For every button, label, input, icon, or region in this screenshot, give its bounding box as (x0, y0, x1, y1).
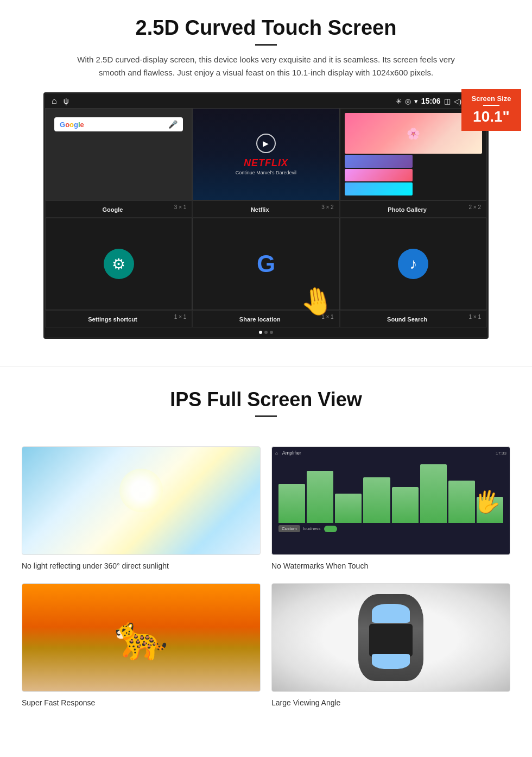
settings-icon: ⚙ (104, 249, 134, 279)
settings-app-name: Settings shortcut (88, 316, 137, 323)
amplifier-image: ⌂ Amplifier 17:33 🖐 Custom loudness (271, 446, 510, 555)
app-grid-bottom: ⚙ G 🤚 ♪ (45, 218, 487, 310)
badge-divider (483, 105, 499, 106)
app-label-row-bottom: Settings shortcut 1 × 1 Share location 1… (45, 310, 487, 327)
settings-label: Settings shortcut 1 × 1 (45, 310, 192, 327)
amp-loudness: loudness (303, 526, 321, 531)
amp-time: 17:33 (496, 451, 506, 456)
eq-bars-container: 🖐 (275, 458, 506, 523)
settings-app-cell[interactable]: ⚙ (45, 218, 192, 310)
google-logo: Google (60, 121, 84, 129)
google-app-cell[interactable]: Google 🎤 (45, 108, 192, 200)
sound-search-cell[interactable]: ♪ (340, 218, 487, 310)
device-screen: ⌂ ψ ✳ ◎ ▾ 15:06 ◫ ◁) ⊠ ▭ (43, 92, 489, 339)
section-touch-screen: 2.5D Curved Touch Screen With 2.5D curve… (0, 0, 532, 350)
google-label: Google 3 × 1 (45, 200, 192, 218)
gallery-label: Photo Gallery 2 × 2 (340, 200, 487, 218)
amp-footer: Custom loudness (275, 523, 506, 534)
status-bar: ⌂ ψ ✳ ◎ ▾ 15:06 ◫ ◁) ⊠ ▭ (45, 94, 487, 108)
sunlight-image (22, 446, 261, 555)
eq-bar-3 (335, 494, 362, 523)
google-app-size: 3 × 1 (174, 204, 187, 210)
netflix-play-button[interactable]: ▶ (256, 134, 276, 153)
eq-bar-2 (307, 471, 333, 523)
dot-3 (270, 331, 273, 334)
camera-icon: ◫ (444, 97, 451, 105)
amp-toggle (324, 526, 337, 532)
location-icon: ◎ (405, 97, 411, 105)
section-ips-title: IPS Full Screen View (22, 388, 510, 411)
car-image (271, 583, 510, 692)
google-app-name: Google (102, 206, 123, 213)
sound-app-name: Sound Search (387, 316, 427, 323)
app-label-row-top: Google 3 × 1 Netflix 3 × 2 Photo Gallery… (45, 200, 487, 218)
cheetah-image: 🐆 (22, 583, 261, 692)
netflix-app-name: Netflix (251, 206, 269, 213)
feature-grid: No light reflecting under 360° direct su… (0, 436, 532, 720)
status-time: 15:06 (421, 97, 441, 105)
usb-icon: ψ (64, 97, 69, 105)
google-search-bar[interactable]: Google 🎤 (54, 117, 183, 131)
photo-stack-1 (345, 155, 413, 168)
eq-bar-4 (363, 477, 390, 523)
device-mockup: Screen Size 10.1" ⌂ ψ ✳ ◎ ▾ 15:06 ◫ ◁) ⊠… (43, 92, 489, 339)
title-divider (255, 44, 277, 46)
feature-amplifier: ⌂ Amplifier 17:33 🖐 Custom loudness (271, 446, 510, 572)
share-location-cell[interactable]: G 🤚 (192, 218, 339, 310)
car-label: Large Viewing Angle (271, 696, 510, 709)
maps-g-icon: G (257, 250, 275, 277)
dot-1 (259, 331, 262, 334)
feature-sunlight: No light reflecting under 360° direct su… (22, 446, 261, 572)
badge-size-value: 10.1" (469, 108, 514, 125)
gallery-app-size: 2 × 2 (468, 204, 481, 210)
netflix-label: Netflix 3 × 2 (192, 200, 339, 218)
eq-bar-5 (392, 487, 419, 523)
netflix-app-cell[interactable]: ▶ NETFLIX Continue Marvel's Daredevil (192, 108, 339, 200)
sound-app-size: 1 × 1 (468, 314, 481, 320)
car-roof (369, 624, 413, 657)
netflix-subtitle: Continue Marvel's Daredevil (236, 170, 296, 175)
netflix-logo: NETFLIX (244, 157, 288, 169)
dot-2 (264, 331, 268, 334)
section-ips: IPS Full Screen View (0, 366, 532, 436)
settings-app-size: 1 × 1 (174, 314, 187, 320)
sunlight-label: No light reflecting under 360° direct su… (22, 559, 261, 572)
section-touch-title: 2.5D Curved Touch Screen (33, 16, 499, 40)
screen-size-badge: Screen Size 10.1" (461, 89, 521, 131)
car-body (358, 594, 423, 681)
hand-pointer-icon: 🤚 (298, 285, 336, 318)
amp-header: ⌂ Amplifier 17:33 (275, 450, 506, 456)
gallery-app-name: Photo Gallery (388, 206, 427, 213)
car-windshield (372, 604, 410, 623)
amp-home-icon: ⌂ (275, 451, 278, 456)
photo-stack-2 (345, 169, 413, 182)
home-icon: ⌂ (52, 96, 57, 106)
share-app-name: Share location (239, 316, 281, 323)
photo-stack (345, 155, 413, 195)
sound-icon: ♪ (398, 249, 428, 279)
ips-title-divider (255, 415, 277, 417)
eq-bar-7 (448, 481, 475, 523)
volume-icon: ◁) (454, 97, 461, 105)
wifi-icon: ▾ (414, 97, 418, 105)
amp-title: Amplifier (282, 450, 301, 456)
cheetah-label: Super Fast Response (22, 696, 261, 709)
cheetah-emoji: 🐆 (114, 612, 168, 663)
bluetooth-icon: ✳ (396, 97, 402, 105)
netflix-app-size: 3 × 2 (321, 204, 334, 210)
feature-cheetah: 🐆 Super Fast Response (22, 583, 261, 709)
amplifier-label: No Watermarks When Touch (271, 559, 510, 572)
car-rear-window (372, 654, 410, 669)
netflix-bg (193, 109, 339, 200)
sound-label: Sound Search 1 × 1 (340, 310, 487, 327)
app-grid-top: Google 🎤 ▶ NETFLIX Continue Marvel's Dar… (45, 108, 487, 200)
amp-custom: Custom (278, 525, 300, 532)
eq-bar-6 (420, 464, 447, 523)
mic-icon[interactable]: 🎤 (168, 120, 178, 129)
photo-stack-3 (345, 182, 413, 195)
amp-hand-icon: 🖐 (472, 487, 503, 517)
feature-car: Large Viewing Angle (271, 583, 510, 709)
section-touch-description: With 2.5D curved-display screen, this de… (76, 53, 456, 79)
eq-bar-1 (278, 484, 305, 523)
badge-title: Screen Size (469, 94, 514, 103)
